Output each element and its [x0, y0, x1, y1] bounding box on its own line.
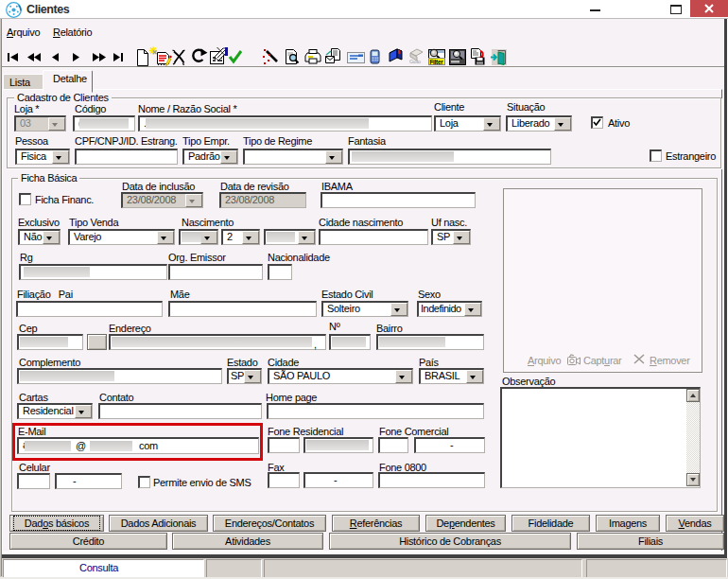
svg-text:Goto: Goto: [409, 59, 422, 64]
svg-text:Filter: Filter: [430, 59, 444, 65]
